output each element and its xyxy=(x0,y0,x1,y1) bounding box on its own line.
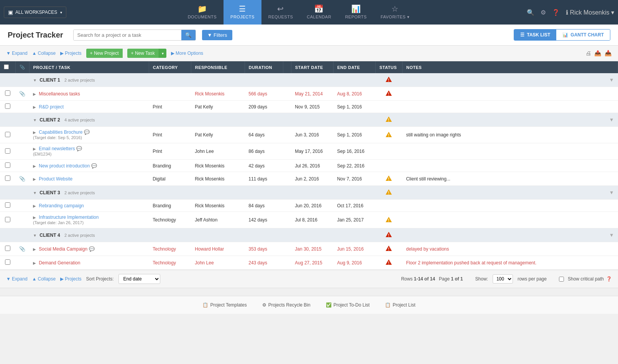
nav-requests[interactable]: ↩ REQUESTS xyxy=(261,0,300,25)
client-filter-2[interactable]: ▼ xyxy=(609,190,614,195)
more-options-link[interactable]: ▶ More Options xyxy=(171,51,203,56)
th-notes[interactable]: NOTES xyxy=(402,61,618,73)
footer-expand-link[interactable]: ▼ Expand xyxy=(6,276,28,282)
critical-path-help-icon[interactable]: ❓ xyxy=(606,276,612,282)
th-responsible[interactable]: RESPONSIBLE xyxy=(191,61,245,73)
expand-link[interactable]: ▼ Expand xyxy=(6,51,28,56)
proj-name-2-0[interactable]: Rebranding campaign xyxy=(39,203,84,208)
filters-button[interactable]: ▼ Filters xyxy=(202,30,233,40)
client-notes-3: ▼ xyxy=(402,228,618,242)
client-filter-0[interactable]: ▼ xyxy=(609,77,614,83)
proj-name-1-3[interactable]: Product Website xyxy=(39,176,72,182)
th-start-date[interactable]: START DATE xyxy=(291,61,333,73)
search-button[interactable]: 🔍 xyxy=(181,30,196,40)
footer-templates[interactable]: 📋 Project Templates xyxy=(202,302,247,308)
workspace-selector[interactable]: ▣ ALL WORKSPACES ▾ xyxy=(4,7,66,18)
new-task-button[interactable]: + New Task xyxy=(127,49,159,58)
checkbox-1-1[interactable] xyxy=(5,148,10,154)
proj-name-2-1[interactable]: Infrastructure Implementation xyxy=(39,215,99,220)
nav-documents[interactable]: 📁 DOCUMENTS xyxy=(181,0,224,25)
th-project[interactable]: PROJECT / TASK xyxy=(29,61,149,73)
new-task-dropdown[interactable]: ▾ xyxy=(159,49,166,58)
download-icon[interactable]: 📥 xyxy=(605,50,612,57)
checkbox-0-0[interactable] xyxy=(5,90,10,96)
nav-reports[interactable]: 📊 REPORTS xyxy=(338,0,373,25)
client-name-cell-3: ▼ CLIENT 4 2 active projects xyxy=(29,228,149,242)
proj-name-cell-2-1: ▶ Infrastructure Implementation(Target d… xyxy=(29,212,149,228)
settings-icon[interactable]: ⚙ xyxy=(541,9,546,16)
projects-table: 📎 PROJECT / TASK CATEGORY RESPONSIBLE DU… xyxy=(0,61,618,270)
footer-projects-link[interactable]: ▶ Projects xyxy=(60,276,81,282)
proj-arrow-1-2[interactable]: ▶ xyxy=(33,164,36,168)
proj-arrow-1-0[interactable]: ▶ xyxy=(33,130,36,134)
proj-start-2-0: Jun 20, 2016 xyxy=(291,200,333,212)
proj-arrow-3-0[interactable]: ▶ xyxy=(33,247,36,251)
proj-notes-2-1 xyxy=(402,212,618,228)
client-clip-2 xyxy=(15,186,29,200)
client-toggle-1[interactable]: ▼ xyxy=(33,118,37,122)
proj-arrow-3-1[interactable]: ▶ xyxy=(33,261,36,265)
proj-arrow-2-1[interactable]: ▶ xyxy=(33,215,36,220)
checkbox-3-1[interactable] xyxy=(5,259,10,265)
search-input[interactable] xyxy=(74,30,181,40)
select-all-checkbox[interactable] xyxy=(4,64,9,69)
checkbox-1-0[interactable] xyxy=(5,132,10,137)
footer-toolbar: ▼ Expand ▲ Collapse ▶ Projects Sort Proj… xyxy=(0,270,618,288)
th-end-date[interactable]: END DATE xyxy=(333,61,375,73)
tab-tasklist[interactable]: ☰ TASK LIST xyxy=(514,30,556,40)
proj-name-3-0[interactable]: Social Media Campaign xyxy=(39,246,87,252)
user-info[interactable]: ℹ Rick Mosenkis ▾ xyxy=(566,9,614,16)
client-toggle-0[interactable]: ▼ xyxy=(33,78,37,82)
client-filter-3[interactable]: ▼ xyxy=(609,232,614,238)
nav-favorites[interactable]: ☆ FAVORITES ▾ xyxy=(374,0,416,25)
proj-name-0-1[interactable]: R&D project xyxy=(39,104,64,110)
client-toggle-2[interactable]: ▼ xyxy=(33,191,37,195)
search-icon[interactable]: 🔍 xyxy=(527,9,534,16)
checkbox-3-0[interactable] xyxy=(5,246,10,251)
help-icon[interactable]: ❓ xyxy=(552,9,560,16)
proj-arrow-0-0[interactable]: ▶ xyxy=(33,92,36,96)
footer-collapse-link[interactable]: ▲ Collapse xyxy=(32,276,56,282)
rows-per-page-select[interactable]: 100 50 25 xyxy=(493,274,513,284)
sort-select[interactable]: End date Start date Project name xyxy=(118,274,160,284)
footer-project-list[interactable]: 📋 Project List xyxy=(385,302,415,308)
th-duration[interactable]: DURATION xyxy=(245,61,283,73)
checkbox-1-3[interactable] xyxy=(5,175,10,181)
client-row-1: ▼ CLIENT 2 4 active projects ! ▼ xyxy=(0,113,618,127)
proj-arrow-2-0[interactable]: ▶ xyxy=(33,204,36,208)
proj-arrow-1-3[interactable]: ▶ xyxy=(33,177,36,181)
th-status[interactable]: STATUS xyxy=(375,61,402,73)
proj-name-1-2[interactable]: New product introduction xyxy=(39,163,90,169)
proj-name-1-0[interactable]: Capabilities Brochure xyxy=(39,130,82,135)
nav-calendar[interactable]: 📅 CALENDAR xyxy=(300,0,338,25)
client-toggle-3[interactable]: ▼ xyxy=(33,233,37,238)
proj-name-0-0[interactable]: Miscellaneous tasks xyxy=(39,91,80,97)
checkbox-2-0[interactable] xyxy=(5,202,10,208)
proj-name-3-1[interactable]: Demand Generation xyxy=(39,260,80,266)
tab-gantt[interactable]: 📊 GANTT CHART xyxy=(556,30,610,40)
projects-link[interactable]: ▶ Projects xyxy=(60,51,81,56)
proj-arrow-1-1[interactable]: ▶ xyxy=(33,147,36,151)
proj-end-2-0: Oct 17, 2016 xyxy=(333,200,375,212)
collapse-link[interactable]: ▲ Collapse xyxy=(32,51,56,56)
th-category[interactable]: CATEGORY xyxy=(149,61,191,73)
footer-collapse-icon: ▲ xyxy=(32,276,37,282)
proj-cat-2-1: Technology xyxy=(149,212,191,228)
client-check-0 xyxy=(0,73,15,87)
print-icon[interactable]: 🖨 xyxy=(585,50,591,57)
proj-arrow-0-1[interactable]: ▶ xyxy=(33,105,36,109)
footer-todo-list[interactable]: ✅ Project To-Do List xyxy=(326,302,370,308)
new-project-button[interactable]: + New Project xyxy=(86,49,123,58)
proj-cat-1-3: Digital xyxy=(149,172,191,186)
nav-projects[interactable]: ☰ PROJECTS xyxy=(224,0,261,25)
checkbox-2-1[interactable] xyxy=(5,217,10,222)
proj-name-1-1[interactable]: Email newsletters xyxy=(39,146,75,151)
critical-path-checkbox[interactable] xyxy=(559,277,564,282)
client-link-3 xyxy=(283,228,291,242)
checkbox-1-2[interactable] xyxy=(5,162,10,168)
export-icon[interactable]: 📤 xyxy=(594,50,602,57)
checkbox-0-1[interactable] xyxy=(5,103,10,109)
client-end-3 xyxy=(333,228,375,242)
client-filter-1[interactable]: ▼ xyxy=(609,117,614,123)
footer-recycle-bin[interactable]: ⚙ Projects Recycle Bin xyxy=(262,302,311,308)
